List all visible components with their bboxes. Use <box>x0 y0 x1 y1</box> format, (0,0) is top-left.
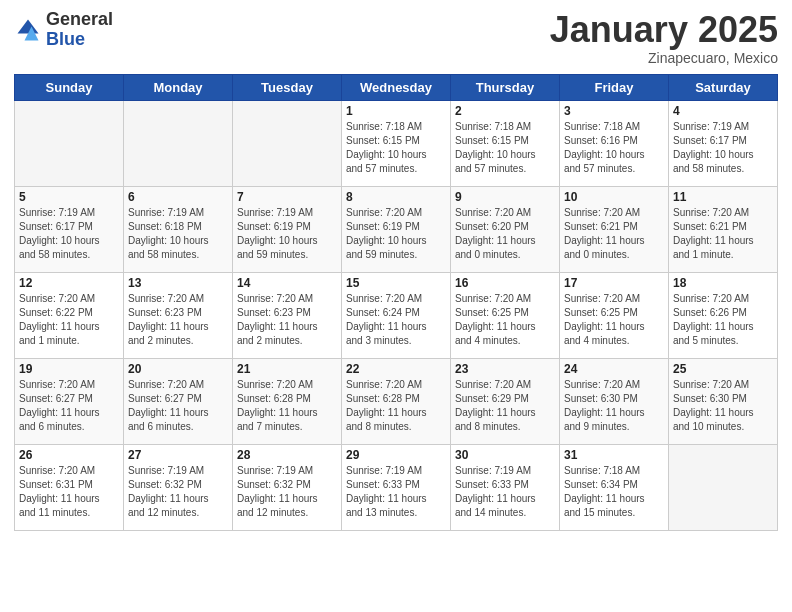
day-info: Sunrise: 7:20 AM Sunset: 6:26 PM Dayligh… <box>673 292 773 348</box>
weekday-header-monday: Monday <box>124 74 233 100</box>
day-info: Sunrise: 7:20 AM Sunset: 6:21 PM Dayligh… <box>564 206 664 262</box>
title-block: January 2025 Zinapecuaro, Mexico <box>550 10 778 66</box>
day-info: Sunrise: 7:19 AM Sunset: 6:19 PM Dayligh… <box>237 206 337 262</box>
calendar-cell: 13Sunrise: 7:20 AM Sunset: 6:23 PM Dayli… <box>124 272 233 358</box>
calendar-cell: 18Sunrise: 7:20 AM Sunset: 6:26 PM Dayli… <box>669 272 778 358</box>
week-row-4: 19Sunrise: 7:20 AM Sunset: 6:27 PM Dayli… <box>15 358 778 444</box>
day-info: Sunrise: 7:20 AM Sunset: 6:25 PM Dayligh… <box>564 292 664 348</box>
calendar-cell: 8Sunrise: 7:20 AM Sunset: 6:19 PM Daylig… <box>342 186 451 272</box>
day-number: 13 <box>128 276 228 290</box>
logo-blue: Blue <box>46 29 85 49</box>
calendar-cell <box>124 100 233 186</box>
calendar-cell: 6Sunrise: 7:19 AM Sunset: 6:18 PM Daylig… <box>124 186 233 272</box>
day-info: Sunrise: 7:18 AM Sunset: 6:16 PM Dayligh… <box>564 120 664 176</box>
day-number: 3 <box>564 104 664 118</box>
calendar-cell: 19Sunrise: 7:20 AM Sunset: 6:27 PM Dayli… <box>15 358 124 444</box>
day-info: Sunrise: 7:20 AM Sunset: 6:29 PM Dayligh… <box>455 378 555 434</box>
day-info: Sunrise: 7:20 AM Sunset: 6:22 PM Dayligh… <box>19 292 119 348</box>
day-number: 2 <box>455 104 555 118</box>
day-number: 9 <box>455 190 555 204</box>
day-info: Sunrise: 7:20 AM Sunset: 6:27 PM Dayligh… <box>19 378 119 434</box>
day-number: 26 <box>19 448 119 462</box>
page: General Blue January 2025 Zinapecuaro, M… <box>0 0 792 612</box>
header: General Blue January 2025 Zinapecuaro, M… <box>14 10 778 66</box>
day-number: 17 <box>564 276 664 290</box>
day-info: Sunrise: 7:19 AM Sunset: 6:32 PM Dayligh… <box>237 464 337 520</box>
logo-text: General Blue <box>46 10 113 50</box>
day-info: Sunrise: 7:20 AM Sunset: 6:25 PM Dayligh… <box>455 292 555 348</box>
day-info: Sunrise: 7:20 AM Sunset: 6:20 PM Dayligh… <box>455 206 555 262</box>
day-number: 14 <box>237 276 337 290</box>
calendar-cell: 2Sunrise: 7:18 AM Sunset: 6:15 PM Daylig… <box>451 100 560 186</box>
calendar-cell <box>233 100 342 186</box>
day-number: 16 <box>455 276 555 290</box>
week-row-5: 26Sunrise: 7:20 AM Sunset: 6:31 PM Dayli… <box>15 444 778 530</box>
day-info: Sunrise: 7:20 AM Sunset: 6:23 PM Dayligh… <box>128 292 228 348</box>
day-number: 5 <box>19 190 119 204</box>
logo-general: General <box>46 9 113 29</box>
weekday-header-thursday: Thursday <box>451 74 560 100</box>
calendar-cell: 1Sunrise: 7:18 AM Sunset: 6:15 PM Daylig… <box>342 100 451 186</box>
calendar-cell: 16Sunrise: 7:20 AM Sunset: 6:25 PM Dayli… <box>451 272 560 358</box>
calendar-cell: 25Sunrise: 7:20 AM Sunset: 6:30 PM Dayli… <box>669 358 778 444</box>
day-number: 25 <box>673 362 773 376</box>
day-number: 20 <box>128 362 228 376</box>
day-info: Sunrise: 7:20 AM Sunset: 6:30 PM Dayligh… <box>673 378 773 434</box>
weekday-header-friday: Friday <box>560 74 669 100</box>
calendar-cell: 29Sunrise: 7:19 AM Sunset: 6:33 PM Dayli… <box>342 444 451 530</box>
calendar-cell: 31Sunrise: 7:18 AM Sunset: 6:34 PM Dayli… <box>560 444 669 530</box>
day-number: 31 <box>564 448 664 462</box>
calendar-cell: 17Sunrise: 7:20 AM Sunset: 6:25 PM Dayli… <box>560 272 669 358</box>
day-info: Sunrise: 7:20 AM Sunset: 6:24 PM Dayligh… <box>346 292 446 348</box>
day-info: Sunrise: 7:20 AM Sunset: 6:30 PM Dayligh… <box>564 378 664 434</box>
weekday-header-sunday: Sunday <box>15 74 124 100</box>
calendar-cell <box>15 100 124 186</box>
day-number: 18 <box>673 276 773 290</box>
calendar-cell: 26Sunrise: 7:20 AM Sunset: 6:31 PM Dayli… <box>15 444 124 530</box>
calendar: SundayMondayTuesdayWednesdayThursdayFrid… <box>14 74 778 531</box>
day-number: 8 <box>346 190 446 204</box>
calendar-cell: 15Sunrise: 7:20 AM Sunset: 6:24 PM Dayli… <box>342 272 451 358</box>
logo: General Blue <box>14 10 113 50</box>
weekday-header-saturday: Saturday <box>669 74 778 100</box>
day-info: Sunrise: 7:18 AM Sunset: 6:15 PM Dayligh… <box>346 120 446 176</box>
weekday-header-wednesday: Wednesday <box>342 74 451 100</box>
day-number: 19 <box>19 362 119 376</box>
calendar-cell: 24Sunrise: 7:20 AM Sunset: 6:30 PM Dayli… <box>560 358 669 444</box>
day-number: 4 <box>673 104 773 118</box>
calendar-cell: 10Sunrise: 7:20 AM Sunset: 6:21 PM Dayli… <box>560 186 669 272</box>
svg-marker-0 <box>18 19 39 33</box>
calendar-cell: 3Sunrise: 7:18 AM Sunset: 6:16 PM Daylig… <box>560 100 669 186</box>
day-number: 29 <box>346 448 446 462</box>
day-number: 10 <box>564 190 664 204</box>
calendar-cell: 20Sunrise: 7:20 AM Sunset: 6:27 PM Dayli… <box>124 358 233 444</box>
calendar-cell: 23Sunrise: 7:20 AM Sunset: 6:29 PM Dayli… <box>451 358 560 444</box>
day-info: Sunrise: 7:20 AM Sunset: 6:31 PM Dayligh… <box>19 464 119 520</box>
weekday-header-row: SundayMondayTuesdayWednesdayThursdayFrid… <box>15 74 778 100</box>
calendar-cell: 27Sunrise: 7:19 AM Sunset: 6:32 PM Dayli… <box>124 444 233 530</box>
day-info: Sunrise: 7:20 AM Sunset: 6:19 PM Dayligh… <box>346 206 446 262</box>
day-info: Sunrise: 7:19 AM Sunset: 6:33 PM Dayligh… <box>455 464 555 520</box>
calendar-cell: 11Sunrise: 7:20 AM Sunset: 6:21 PM Dayli… <box>669 186 778 272</box>
calendar-cell: 28Sunrise: 7:19 AM Sunset: 6:32 PM Dayli… <box>233 444 342 530</box>
day-number: 23 <box>455 362 555 376</box>
calendar-cell: 21Sunrise: 7:20 AM Sunset: 6:28 PM Dayli… <box>233 358 342 444</box>
day-number: 28 <box>237 448 337 462</box>
day-number: 1 <box>346 104 446 118</box>
day-info: Sunrise: 7:19 AM Sunset: 6:33 PM Dayligh… <box>346 464 446 520</box>
week-row-2: 5Sunrise: 7:19 AM Sunset: 6:17 PM Daylig… <box>15 186 778 272</box>
month-title: January 2025 <box>550 10 778 50</box>
day-info: Sunrise: 7:20 AM Sunset: 6:23 PM Dayligh… <box>237 292 337 348</box>
day-info: Sunrise: 7:20 AM Sunset: 6:21 PM Dayligh… <box>673 206 773 262</box>
calendar-cell: 22Sunrise: 7:20 AM Sunset: 6:28 PM Dayli… <box>342 358 451 444</box>
calendar-cell: 7Sunrise: 7:19 AM Sunset: 6:19 PM Daylig… <box>233 186 342 272</box>
calendar-cell: 4Sunrise: 7:19 AM Sunset: 6:17 PM Daylig… <box>669 100 778 186</box>
day-number: 6 <box>128 190 228 204</box>
day-number: 7 <box>237 190 337 204</box>
day-info: Sunrise: 7:20 AM Sunset: 6:28 PM Dayligh… <box>237 378 337 434</box>
day-number: 27 <box>128 448 228 462</box>
day-info: Sunrise: 7:20 AM Sunset: 6:28 PM Dayligh… <box>346 378 446 434</box>
day-info: Sunrise: 7:18 AM Sunset: 6:15 PM Dayligh… <box>455 120 555 176</box>
day-number: 11 <box>673 190 773 204</box>
calendar-cell: 9Sunrise: 7:20 AM Sunset: 6:20 PM Daylig… <box>451 186 560 272</box>
